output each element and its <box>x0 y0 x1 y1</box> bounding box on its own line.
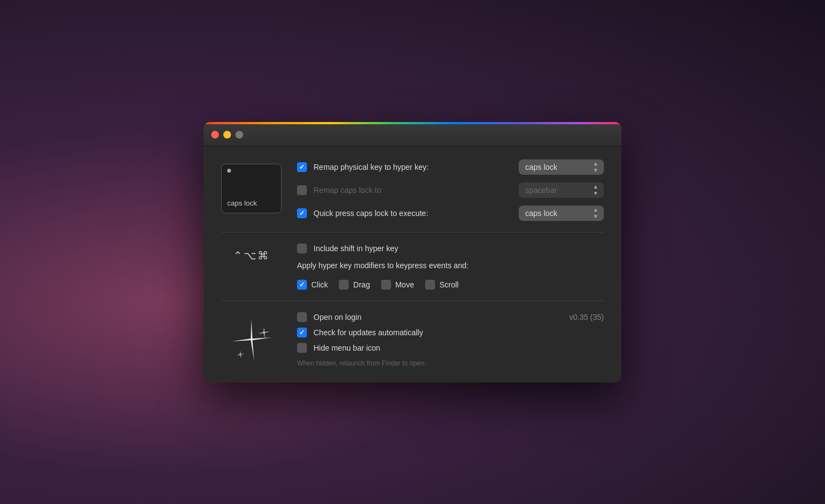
include-shift-checkbox[interactable] <box>297 243 307 253</box>
hint-text: When hidden, relaunch from Finder to ope… <box>297 359 604 367</box>
open-login-setting: Open on login <box>297 312 569 322</box>
key-preview: caps lock <box>221 164 282 213</box>
key-preview-label: caps lock <box>227 199 257 207</box>
login-settings: Open on login v0.35 (35) Check for updat… <box>297 312 604 367</box>
key-preview-dot <box>227 169 231 173</box>
remap-physical-row: Remap physical key to hyper key: caps lo… <box>297 159 604 175</box>
open-login-label: Open on login <box>314 313 569 322</box>
include-shift-label: Include shift in hyper key <box>314 244 604 253</box>
remap-physical-dropdown-wrapper: caps lock ▲▼ <box>519 159 604 175</box>
login-updates-section: Open on login v0.35 (35) Check for updat… <box>221 312 604 367</box>
maximize-button[interactable] <box>235 131 243 139</box>
quick-press-dropdown-wrapper: caps lock ▲▼ <box>519 206 604 221</box>
move-item: Move <box>381 280 414 290</box>
titlebar <box>204 122 622 146</box>
remap-settings: Remap physical key to hyper key: caps lo… <box>297 159 604 221</box>
open-login-checkbox[interactable] <box>297 312 307 322</box>
remap-caps-dropdown[interactable]: spacebar <box>519 182 604 198</box>
quick-press-checkbox[interactable] <box>297 208 307 218</box>
remap-physical-checkbox[interactable] <box>297 162 307 172</box>
click-item: Click <box>297 280 328 290</box>
close-button[interactable] <box>211 131 219 139</box>
click-checkbox[interactable] <box>297 280 307 290</box>
hyper-modifier-section: ⌃⌥⌘ Include shift in hyper key Apply hyp… <box>221 243 604 301</box>
quick-press-label: Quick press caps lock to execute: <box>314 209 512 218</box>
quick-press-dropdown[interactable]: caps lock <box>519 206 604 221</box>
scroll-checkbox[interactable] <box>425 280 435 290</box>
move-checkbox[interactable] <box>381 280 391 290</box>
remap-caps-dropdown-wrapper: spacebar ▲▼ <box>519 182 604 198</box>
key-remap-section: caps lock Remap physical key to hyper ke… <box>221 159 604 232</box>
quick-press-row: Quick press caps lock to execute: caps l… <box>297 206 604 221</box>
check-updates-row: Check for updates automatically <box>297 328 604 337</box>
hide-menu-label: Hide menu bar icon <box>314 344 604 352</box>
apply-hyper-row: Apply hyper key modifiers to keypress ev… <box>297 261 604 270</box>
hide-menu-checkbox[interactable] <box>297 343 307 353</box>
main-window: caps lock Remap physical key to hyper ke… <box>204 122 622 383</box>
modifier-symbols: ⌃⌥⌘ <box>233 249 270 262</box>
drag-label: Drag <box>353 280 370 289</box>
remap-physical-label: Remap physical key to hyper key: <box>314 163 512 171</box>
check-updates-label: Check for updates automatically <box>314 328 604 337</box>
remap-caps-row: Remap caps lock to: spacebar ▲▼ <box>297 182 604 198</box>
remap-caps-checkbox[interactable] <box>297 185 307 195</box>
drag-checkbox[interactable] <box>339 280 349 290</box>
modifier-settings: Include shift in hyper key Apply hyper k… <box>297 243 604 290</box>
drag-item: Drag <box>339 280 370 290</box>
sparkle-icon-area <box>221 317 282 366</box>
traffic-lights <box>211 131 243 139</box>
rainbow-stripe <box>204 122 622 124</box>
content-area: caps lock Remap physical key to hyper ke… <box>204 146 622 383</box>
sparkle-svg <box>227 317 276 366</box>
open-login-row: Open on login v0.35 (35) <box>297 312 604 322</box>
modifier-icon-area: ⌃⌥⌘ <box>221 249 282 262</box>
click-label: Click <box>311 280 328 289</box>
scroll-label: Scroll <box>439 280 459 289</box>
apply-hyper-label: Apply hyper key modifiers to keypress ev… <box>297 261 604 270</box>
version-text: v0.35 (35) <box>569 313 604 322</box>
check-updates-checkbox[interactable] <box>297 328 307 337</box>
include-shift-row: Include shift in hyper key <box>297 243 604 253</box>
remap-physical-dropdown[interactable]: caps lock <box>519 159 604 175</box>
hide-menu-row: Hide menu bar icon <box>297 343 604 353</box>
remap-caps-label: Remap caps lock to: <box>314 186 512 195</box>
move-label: Move <box>395 280 414 289</box>
scroll-item: Scroll <box>425 280 459 290</box>
minimize-button[interactable] <box>223 131 231 139</box>
modifier-options-row: Click Drag Move Scroll <box>297 280 604 290</box>
